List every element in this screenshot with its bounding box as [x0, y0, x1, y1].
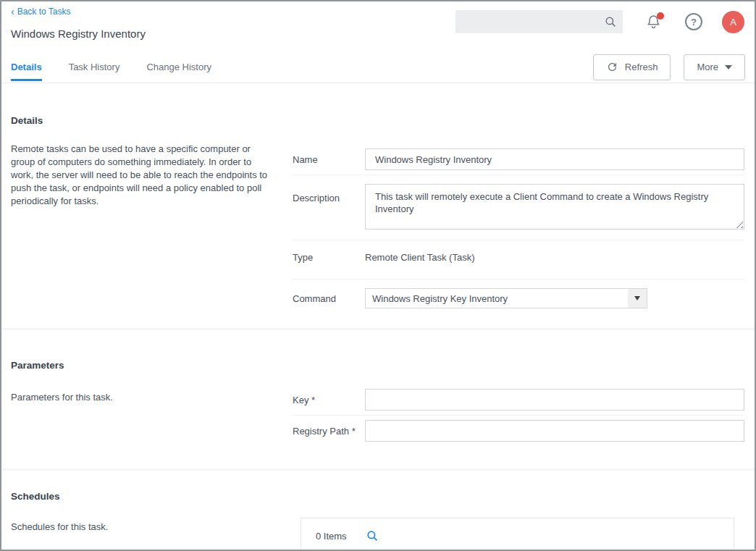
schedules-search-icon[interactable]: [366, 529, 379, 542]
key-label: Key *: [293, 395, 365, 405]
tab-details[interactable]: Details: [11, 51, 42, 83]
back-to-tasks-link[interactable]: ‹ Back to Tasks: [11, 7, 70, 17]
notifications-button[interactable]: [645, 14, 662, 30]
global-search-input[interactable]: [463, 17, 604, 28]
schedules-section: Schedules Schedules for this task. 0 Ite…: [1, 471, 755, 551]
user-avatar[interactable]: A: [722, 11, 744, 33]
page-header: ‹ Back to Tasks Windows Registry Invento…: [1, 1, 755, 51]
question-mark-icon: ?: [691, 17, 697, 28]
toolbar: Refresh More: [593, 54, 745, 80]
command-select-caret-button[interactable]: [628, 289, 647, 308]
key-field-row: Key *: [293, 384, 744, 416]
parameters-form: Key * Registry Path *: [293, 358, 744, 446]
command-label: Command: [293, 293, 365, 304]
tab-task-history[interactable]: Task History: [69, 51, 120, 83]
help-button[interactable]: ?: [685, 13, 702, 30]
schedules-content: 0 Items: [293, 489, 744, 551]
parameters-intro: Parameters for this task.: [11, 391, 274, 404]
description-textarea[interactable]: This task will remotely execute a Client…: [365, 184, 744, 230]
schedules-section-left: Schedules Schedules for this task.: [11, 489, 293, 551]
registry-path-field-row: Registry Path *: [293, 416, 744, 446]
refresh-icon: [606, 61, 618, 73]
schedules-heading: Schedules: [11, 491, 293, 502]
app-window: ‹ Back to Tasks Windows Registry Invento…: [0, 0, 756, 551]
schedules-intro: Schedules for this task.: [11, 521, 274, 534]
details-intro: Remote tasks can be used to have a speci…: [11, 143, 274, 208]
command-field-row: Command Windows Registry Key Inventory: [293, 279, 744, 319]
type-label: Type: [293, 252, 365, 263]
parameters-section-left: Parameters Parameters for this task.: [11, 358, 293, 446]
chevron-down-icon: [725, 65, 732, 70]
command-select[interactable]: Windows Registry Key Inventory: [365, 288, 647, 308]
more-label: More: [697, 62, 718, 72]
refresh-button[interactable]: Refresh: [593, 54, 671, 80]
global-search-box[interactable]: [455, 10, 623, 33]
registry-path-label: Registry Path *: [293, 426, 365, 437]
registry-path-input[interactable]: [365, 420, 744, 442]
back-chevron-icon: ‹: [11, 7, 14, 16]
details-section-left: Details Remote tasks can be used to have…: [11, 112, 293, 319]
description-field-row: Description This task will remotely exec…: [293, 175, 744, 240]
chevron-down-icon: [634, 296, 640, 300]
name-input[interactable]: [365, 148, 744, 170]
name-label: Name: [293, 154, 365, 165]
key-input[interactable]: [365, 389, 744, 411]
details-section: Details Remote tasks can be used to have…: [1, 83, 755, 319]
tab-change-history[interactable]: Change History: [146, 51, 211, 83]
refresh-label: Refresh: [625, 62, 658, 72]
back-link-label: Back to Tasks: [17, 7, 71, 17]
details-form: Name Description This task will remotely…: [293, 112, 744, 319]
search-icon: [604, 15, 617, 28]
parameters-section: Parameters Parameters for this task. Key…: [1, 330, 755, 446]
items-count-label: 0 Items: [316, 529, 347, 542]
header-actions: ? A: [455, 10, 744, 33]
details-heading: Details: [11, 115, 293, 126]
notification-badge: [657, 12, 664, 20]
schedules-items-panel: 0 Items: [301, 518, 734, 551]
type-field-row: Type Remote Client Task (Task): [293, 240, 744, 279]
more-button[interactable]: More: [684, 54, 745, 80]
parameters-heading: Parameters: [11, 360, 293, 371]
description-label: Description: [293, 193, 365, 203]
type-value: Remote Client Task (Task): [365, 252, 474, 263]
command-selected-value: Windows Registry Key Inventory: [366, 293, 628, 304]
name-field-row: Name: [293, 144, 744, 175]
tab-bar: Details Task History Change History Refr…: [1, 51, 755, 83]
